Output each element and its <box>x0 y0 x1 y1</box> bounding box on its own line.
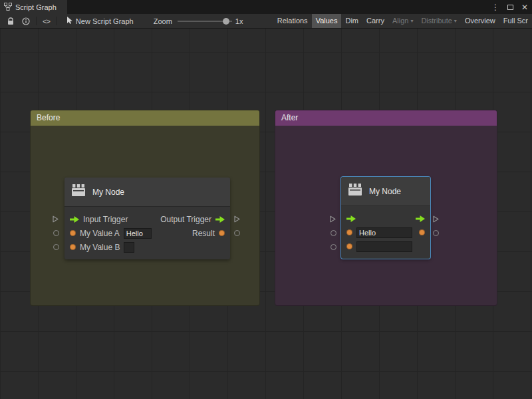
value-b-label: My Value B <box>80 243 120 252</box>
graph-name-button[interactable]: New Script Graph <box>66 17 134 26</box>
node-body <box>341 206 430 259</box>
node-header[interactable]: My Node <box>341 177 430 206</box>
tab-script-graph[interactable]: Script Graph <box>0 0 67 14</box>
port-row: My Value A Result <box>65 226 230 240</box>
value-output-port[interactable] <box>219 230 225 236</box>
external-trigger-port[interactable] <box>433 215 439 223</box>
script-graph-window: Script Graph ⋮ ✕ <> <box>0 0 532 399</box>
value-b-input[interactable] <box>356 241 412 252</box>
external-value-port[interactable] <box>331 230 336 236</box>
external-trigger-port[interactable] <box>330 215 336 223</box>
group-after-title: After <box>281 113 298 122</box>
group-after-header[interactable]: After <box>275 110 497 126</box>
info-icon[interactable] <box>18 14 34 28</box>
external-value-port[interactable] <box>433 230 439 236</box>
script-graph-icon <box>4 3 12 12</box>
value-input-port[interactable] <box>346 243 352 249</box>
external-value-port[interactable] <box>53 230 59 236</box>
dim-button[interactable]: Dim <box>341 14 362 29</box>
zoom-value: 1x <box>235 17 243 25</box>
port-row <box>341 239 430 253</box>
trigger-output-port[interactable] <box>215 216 225 223</box>
distribute-label: Distribute <box>421 14 452 28</box>
input-trigger-label: Input Trigger <box>83 215 128 224</box>
tab-bar: Script Graph ⋮ ✕ <box>0 0 532 14</box>
toolbar-separator <box>36 17 37 25</box>
close-icon[interactable]: ✕ <box>521 3 528 11</box>
value-b-input[interactable] <box>124 242 134 253</box>
fullscreen-button[interactable]: Full Scr <box>499 14 532 29</box>
tab-title: Script Graph <box>15 3 57 11</box>
node-before[interactable]: My Node Input Trigger Output Trigger <box>65 178 230 259</box>
maximize-icon[interactable] <box>507 3 513 11</box>
value-a-label: My Value A <box>80 229 120 238</box>
relations-button[interactable]: Relations <box>273 14 312 29</box>
carry-button[interactable]: Carry <box>362 14 388 29</box>
toolbar-separator <box>56 17 57 25</box>
value-input-port[interactable] <box>346 229 352 235</box>
unit-icon <box>348 184 362 199</box>
node-after[interactable]: My Node <box>341 177 430 259</box>
align-label: Align <box>392 14 408 28</box>
node-title: My Node <box>92 188 124 197</box>
menu-icon[interactable]: ⋮ <box>491 3 499 11</box>
result-label: Result <box>192 229 215 238</box>
window-controls: ⋮ ✕ <box>491 0 528 14</box>
code-icon[interactable]: <> <box>39 14 54 28</box>
cursor-icon <box>66 17 74 26</box>
node-title: My Node <box>369 187 401 196</box>
graph-name-label: New Script Graph <box>76 17 134 25</box>
align-dropdown[interactable]: Align ▾ <box>388 14 417 29</box>
external-trigger-port[interactable] <box>234 215 240 223</box>
value-output-port[interactable] <box>419 229 425 235</box>
external-value-port[interactable] <box>53 244 59 250</box>
values-button[interactable]: Values <box>312 14 342 29</box>
port-row <box>341 225 430 239</box>
chevron-down-icon: ▾ <box>454 19 457 24</box>
external-value-port[interactable] <box>331 244 336 250</box>
external-value-port[interactable] <box>234 230 240 236</box>
distribute-dropdown[interactable]: Distribute ▾ <box>417 14 460 29</box>
external-trigger-port[interactable] <box>53 215 59 223</box>
chevron-down-icon: ▾ <box>410 19 413 24</box>
lock-icon[interactable] <box>3 14 18 28</box>
unit-icon <box>71 184 86 200</box>
toolbar: <> New Script Graph Zoom 1x Relations Va… <box>0 14 532 29</box>
port-row <box>341 211 430 225</box>
output-trigger-label: Output Trigger <box>160 215 211 224</box>
value-input-port[interactable] <box>70 244 76 250</box>
zoom-label: Zoom <box>154 17 172 25</box>
group-before-header[interactable]: Before <box>31 110 259 126</box>
trigger-output-port[interactable] <box>416 215 425 222</box>
node-body: Input Trigger Output Trigger My Value A … <box>65 207 230 259</box>
zoom-slider-handle[interactable] <box>223 18 229 25</box>
trigger-input-port[interactable] <box>70 216 79 223</box>
trigger-input-port[interactable] <box>346 215 356 222</box>
value-input-port[interactable] <box>70 230 76 236</box>
group-before-title: Before <box>37 113 60 122</box>
value-a-input[interactable] <box>356 227 412 238</box>
overview-button[interactable]: Overview <box>461 14 499 29</box>
node-header[interactable]: My Node <box>65 178 230 207</box>
graph-canvas[interactable]: Before After My Node <box>0 29 532 399</box>
zoom-slider[interactable] <box>178 17 232 25</box>
toolbar-buttons: Relations Values Dim Carry Align ▾ Distr… <box>273 14 532 29</box>
port-row: Input Trigger Output Trigger <box>65 212 230 226</box>
port-row: My Value B <box>65 240 230 254</box>
value-a-input[interactable] <box>124 228 152 239</box>
